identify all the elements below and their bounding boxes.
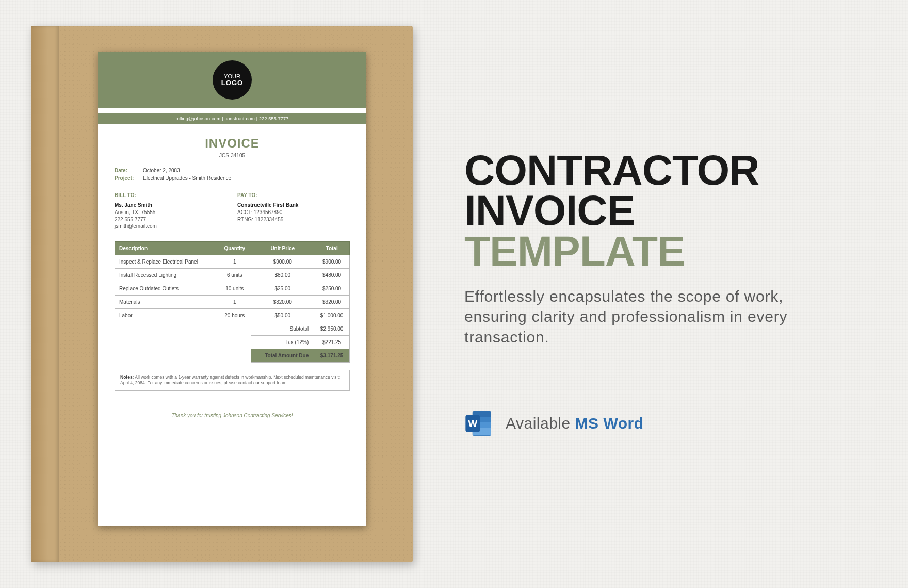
pay-to-title: PAY TO: xyxy=(237,192,350,198)
availability-row: W Available MS Word xyxy=(464,409,867,438)
subtotal-value: $2,950.00 xyxy=(314,322,350,335)
table-row: Inspect & Replace Electrical Panel 1 $90… xyxy=(115,255,350,268)
avail-product: MS Word xyxy=(575,415,644,432)
subtotal-row: Subtotal $2,950.00 xyxy=(115,322,350,335)
contact-bar: billing@johnson.com | construct.com | 22… xyxy=(98,113,366,124)
invoice-title: INVOICE xyxy=(115,136,350,151)
bill-to-title: BILL TO: xyxy=(115,192,227,198)
bill-to-addr: Austin, TX, 75555 xyxy=(115,209,227,216)
line-items-table: Description Quantity Unit Price Total In… xyxy=(115,241,350,363)
logo-placeholder: YOUR LOGO xyxy=(213,60,252,100)
pay-to-acct: ACCT: 1234567890 xyxy=(237,209,350,216)
cell-total: $250.00 xyxy=(314,282,350,295)
table-row: Install Recessed Lighting 6 units $80.00… xyxy=(115,268,350,282)
thank-you-text: Thank you for trusting Johnson Contracti… xyxy=(115,413,350,418)
bill-to-phone: 222 555 7777 xyxy=(115,216,227,223)
col-description: Description xyxy=(115,241,218,255)
cell-price: $25.00 xyxy=(251,282,314,295)
headline-line2: INVOICE xyxy=(464,187,635,234)
cell-total: $320.00 xyxy=(314,295,350,308)
cell-qty: 10 units xyxy=(218,282,251,295)
cell-desc: Labor xyxy=(115,308,218,322)
meta-date: Date: October 2, 2083 xyxy=(115,168,350,173)
invoice-header: YOUR LOGO xyxy=(98,52,366,108)
tax-label: Tax (12%) xyxy=(251,335,314,349)
table-header-row: Description Quantity Unit Price Total xyxy=(115,241,350,255)
table-row: Labor 20 hours $50.00 $1,000.00 xyxy=(115,308,350,322)
bill-to: BILL TO: Ms. Jane Smith Austin, TX, 7555… xyxy=(115,192,227,230)
marketing-copy: CONTRACTOR INVOICE TEMPLATE Effortlessly… xyxy=(464,150,867,438)
folder-spine xyxy=(31,26,59,562)
bill-to-email: jsmith@email.com xyxy=(115,223,227,230)
logo-line2: LOGO xyxy=(221,79,243,87)
project-value: Electrical Upgrades - Smith Residence xyxy=(143,175,231,181)
table-row: Materials 1 $320.00 $320.00 xyxy=(115,295,350,308)
notes-text: All work comes with a 1-year warranty ag… xyxy=(120,374,340,386)
headline-line1: CONTRACTOR xyxy=(464,146,759,193)
template-preview-folder: YOUR LOGO billing@johnson.com | construc… xyxy=(31,26,413,562)
total-due-row: Total Amount Due $3,171.25 xyxy=(115,349,350,362)
cell-total: $1,000.00 xyxy=(314,308,350,322)
cell-qty: 1 xyxy=(218,255,251,268)
col-price: Unit Price xyxy=(251,241,314,255)
invoice-page: YOUR LOGO billing@johnson.com | construc… xyxy=(98,52,366,526)
parties: BILL TO: Ms. Jane Smith Austin, TX, 7555… xyxy=(115,192,350,230)
cell-price: $80.00 xyxy=(251,268,314,282)
notes-box: Notes: All work comes with a 1-year warr… xyxy=(115,370,350,391)
table-row: Replace Outdated Outlets 10 units $25.00… xyxy=(115,282,350,295)
total-value: $3,171.25 xyxy=(314,349,350,362)
project-label: Project: xyxy=(115,175,143,181)
notes-label: Notes: xyxy=(120,374,134,380)
cell-price: $320.00 xyxy=(251,295,314,308)
cell-desc: Install Recessed Lighting xyxy=(115,268,218,282)
subheadline: Effortlessly encapsulates the scope of w… xyxy=(464,286,815,348)
pay-to-rtng: RTNG: 1122334455 xyxy=(237,216,350,223)
pay-to-name: Constructville First Bank xyxy=(237,202,350,208)
tax-row: Tax (12%) $221.25 xyxy=(115,335,350,349)
cell-price: $900.00 xyxy=(251,255,314,268)
subtotal-label: Subtotal xyxy=(251,322,314,335)
headline: CONTRACTOR INVOICE TEMPLATE xyxy=(464,150,867,272)
avail-prefix: Available xyxy=(506,415,575,432)
cell-price: $50.00 xyxy=(251,308,314,322)
header-separator xyxy=(98,108,366,113)
cell-total: $900.00 xyxy=(314,255,350,268)
invoice-number: JCS-34105 xyxy=(115,153,350,158)
svg-text:W: W xyxy=(468,418,478,429)
col-total: Total xyxy=(314,241,350,255)
cell-desc: Materials xyxy=(115,295,218,308)
bill-to-name: Ms. Jane Smith xyxy=(115,202,227,208)
cell-desc: Inspect & Replace Electrical Panel xyxy=(115,255,218,268)
tax-value: $221.25 xyxy=(314,335,350,349)
date-value: October 2, 2083 xyxy=(143,168,180,173)
cell-qty: 1 xyxy=(218,295,251,308)
total-label: Total Amount Due xyxy=(251,349,314,362)
meta-project: Project: Electrical Upgrades - Smith Res… xyxy=(115,175,350,181)
date-label: Date: xyxy=(115,168,143,173)
cell-qty: 6 units xyxy=(218,268,251,282)
headline-line3: TEMPLATE xyxy=(464,227,685,274)
cell-total: $480.00 xyxy=(314,268,350,282)
cell-desc: Replace Outdated Outlets xyxy=(115,282,218,295)
pay-to: PAY TO: Constructville First Bank ACCT: … xyxy=(237,192,350,230)
availability-text: Available MS Word xyxy=(506,415,643,432)
ms-word-icon: W xyxy=(464,409,493,438)
cell-qty: 20 hours xyxy=(218,308,251,322)
col-quantity: Quantity xyxy=(218,241,251,255)
invoice-body: INVOICE JCS-34105 Date: October 2, 2083 … xyxy=(98,124,366,526)
